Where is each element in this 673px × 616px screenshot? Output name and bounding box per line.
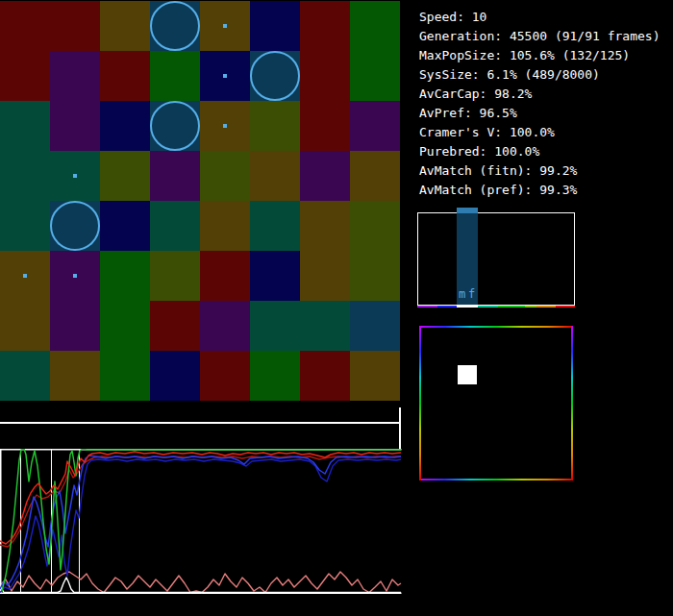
grid-cell[interactable] xyxy=(200,351,250,401)
grid-cell[interactable] xyxy=(0,1,50,51)
stats-panel: Speed: 10Generation: 45500 (91/91 frames… xyxy=(419,8,660,200)
grid-cell[interactable] xyxy=(300,251,350,301)
grid-cell[interactable] xyxy=(150,251,200,301)
grid-cell[interactable] xyxy=(300,101,350,151)
grid-cell[interactable] xyxy=(200,251,250,301)
sex-histogram-box xyxy=(417,212,575,306)
organism-circle xyxy=(150,1,200,51)
grid-cell[interactable] xyxy=(300,1,350,51)
grid-cell[interactable] xyxy=(50,51,100,101)
stat-line: Generation: 45500 (91/91 frames) xyxy=(419,27,660,46)
grid-cell[interactable] xyxy=(350,251,400,301)
grid-cell[interactable] xyxy=(150,51,200,101)
timeline-handle[interactable] xyxy=(399,407,401,450)
stat-line: SysSize: 6.1% (489/8000) xyxy=(419,65,660,85)
grid-cell[interactable] xyxy=(100,101,150,151)
grid-cell[interactable] xyxy=(0,51,50,101)
organism-dot xyxy=(223,124,227,128)
preference-box-edge-left xyxy=(419,326,421,480)
stat-line: AvPref: 96.5% xyxy=(419,104,660,123)
grid-cell[interactable] xyxy=(300,151,350,201)
grid-cell[interactable] xyxy=(300,301,350,351)
simulation-app: Speed: 10Generation: 45500 (91/91 frames… xyxy=(0,0,673,616)
grid-cell[interactable] xyxy=(0,101,50,151)
organism-circle xyxy=(50,201,100,251)
grid-cell[interactable] xyxy=(350,101,400,151)
organism-dot xyxy=(73,274,77,278)
organism-circle xyxy=(150,101,200,151)
organism-circle xyxy=(250,51,300,101)
organism-dot xyxy=(223,24,227,28)
chart-series-extinction-white xyxy=(0,578,401,593)
grid-cell[interactable] xyxy=(50,301,100,351)
stat-line: MaxPopSize: 105.6% (132/125) xyxy=(419,46,660,65)
stat-line: AvMatch (fitn): 99.2% xyxy=(419,161,660,181)
grid-cell[interactable] xyxy=(150,151,200,201)
grid-cell[interactable] xyxy=(250,251,300,301)
preference-box-edge-right xyxy=(571,326,573,480)
grid-cell[interactable] xyxy=(100,301,150,351)
grid-cell[interactable] xyxy=(0,201,50,251)
grid-cell[interactable] xyxy=(250,101,300,151)
spectrum-segment xyxy=(457,306,478,308)
grid-cell[interactable] xyxy=(150,301,200,351)
history-chart xyxy=(0,449,402,594)
spectrum-segment xyxy=(536,306,556,308)
timeline-track[interactable] xyxy=(0,422,399,424)
spectrum-segment xyxy=(525,306,536,308)
grid-cell[interactable] xyxy=(350,201,400,251)
preference-box-edge-bottom xyxy=(419,479,573,480)
grid-cell[interactable] xyxy=(0,151,50,201)
spectrum-segment xyxy=(556,306,575,308)
female-label: f xyxy=(468,288,475,301)
grid-cell[interactable] xyxy=(350,151,400,201)
stat-line: AvCarCap: 98.2% xyxy=(419,85,660,104)
grid-cell[interactable] xyxy=(100,351,150,401)
grid-cell[interactable] xyxy=(100,1,150,51)
chart-series-cramers-v-green xyxy=(2,449,401,591)
grid-cell[interactable] xyxy=(300,51,350,101)
grid-cell[interactable] xyxy=(100,151,150,201)
male-label: m xyxy=(459,288,465,301)
grid-cell[interactable] xyxy=(200,201,250,251)
grid-cell[interactable] xyxy=(100,251,150,301)
grid-cell[interactable] xyxy=(250,1,300,51)
organism-dot xyxy=(23,274,27,278)
chart-series-diversity-pink xyxy=(0,572,401,593)
grid-cell[interactable] xyxy=(350,51,400,101)
chart-series-match-dark-red xyxy=(0,456,401,547)
grid-cell[interactable] xyxy=(250,201,300,251)
grid-cell[interactable] xyxy=(250,151,300,201)
stat-line: Purebred: 100.0% xyxy=(419,142,660,161)
grid-cell[interactable] xyxy=(300,201,350,251)
grid-cell[interactable] xyxy=(100,51,150,101)
grid-cell[interactable] xyxy=(250,351,300,401)
stat-line: Speed: 10 xyxy=(419,8,660,27)
grid-cell[interactable] xyxy=(200,301,250,351)
grid-cell[interactable] xyxy=(150,201,200,251)
preference-box-edge-top xyxy=(419,326,573,328)
population-bar-overflow xyxy=(457,208,478,213)
preference-marker-square xyxy=(458,365,477,384)
grid-cell[interactable] xyxy=(0,351,50,401)
grid-cell[interactable] xyxy=(0,301,50,351)
spectrum-segment xyxy=(478,306,498,308)
spectrum-segment xyxy=(498,306,525,308)
stat-line: Cramer's V: 100.0% xyxy=(419,123,660,142)
grid-cell[interactable] xyxy=(350,1,400,51)
grid-cell[interactable] xyxy=(350,301,400,351)
grid-cell[interactable] xyxy=(50,1,100,51)
grid-cell[interactable] xyxy=(300,351,350,401)
grid-cell[interactable] xyxy=(350,351,400,401)
grid-cell[interactable] xyxy=(150,351,200,401)
grid-cell[interactable] xyxy=(50,351,100,401)
grid-cell[interactable] xyxy=(50,101,100,151)
grid-cell[interactable] xyxy=(250,301,300,351)
organism-dot xyxy=(73,174,77,178)
stat-line: AvMatch (pref): 99.3% xyxy=(419,181,660,200)
grid-cell[interactable] xyxy=(100,201,150,251)
preference-box xyxy=(419,326,573,480)
spectrum-segment xyxy=(417,306,437,308)
spectrum-segment xyxy=(437,306,457,308)
grid-cell[interactable] xyxy=(200,151,250,201)
